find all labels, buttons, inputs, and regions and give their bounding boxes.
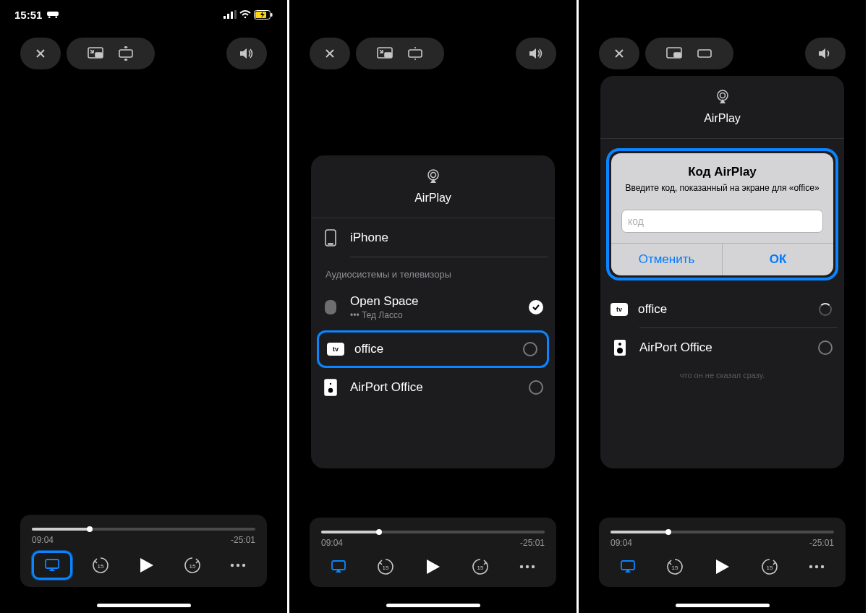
alert-placeholder: код: [628, 215, 644, 227]
device-sub: ••• Тед Лассо: [350, 310, 517, 320]
alert-code-input[interactable]: код: [621, 210, 823, 233]
device-row-openspace[interactable]: Open Space ••• Тед Лассо: [311, 284, 555, 330]
forward-15-button[interactable]: 15: [463, 554, 498, 580]
svg-text:15: 15: [672, 565, 678, 571]
phone-screen-2: AirPlay iPhone Аудиосистемы и телевизоры…: [289, 0, 579, 613]
airplay-button[interactable]: [321, 554, 356, 580]
device-row-airport[interactable]: AirPort Office: [600, 328, 844, 367]
airplay-icon: [715, 89, 731, 105]
svg-rect-0: [47, 12, 59, 16]
svg-rect-2: [56, 17, 58, 19]
svg-rect-10: [271, 13, 273, 17]
aspect-icon[interactable]: [118, 46, 134, 61]
svg-rect-4: [227, 14, 229, 19]
svg-rect-14: [46, 560, 59, 568]
svg-text:15: 15: [189, 563, 195, 570]
pip-icon[interactable]: [377, 47, 393, 60]
alert-title: Код AirPlay: [623, 165, 822, 179]
device-label: office: [354, 342, 511, 356]
alert-cancel-button[interactable]: Отменить: [611, 244, 722, 275]
svg-point-36: [532, 565, 535, 568]
svg-rect-45: [621, 561, 634, 570]
time-remaining: -25:01: [520, 538, 545, 548]
device-label: AirPort Office: [639, 340, 807, 355]
device-label: AirPort Office: [350, 380, 517, 395]
scrubber-knob[interactable]: [87, 526, 93, 532]
display-mode-group: [67, 38, 155, 69]
volume-button[interactable]: [516, 38, 556, 69]
scrubber[interactable]: [321, 531, 545, 533]
svg-rect-6: [234, 10, 237, 19]
rewind-15-button[interactable]: 15: [83, 552, 118, 578]
airplay-title: AirPlay: [608, 112, 837, 125]
airplay-button[interactable]: [610, 554, 645, 580]
aspect-icon[interactable]: [697, 46, 712, 61]
svg-point-17: [231, 564, 234, 567]
play-button[interactable]: [129, 552, 164, 578]
svg-point-40: [718, 90, 728, 100]
display-mode-group: [645, 38, 733, 69]
video-player-bar: 09:04-25:01 15 15: [310, 518, 556, 587]
time-remaining: -25:01: [809, 538, 834, 548]
rewind-15-button[interactable]: 15: [368, 554, 403, 580]
section-label: Аудиосистемы и телевизоры: [311, 257, 555, 284]
phone-screen-1: 15:51: [0, 0, 289, 613]
close-button[interactable]: [599, 38, 639, 69]
close-button[interactable]: [20, 38, 61, 69]
video-top-controls: [599, 38, 846, 69]
scrubber[interactable]: [32, 528, 255, 531]
wifi-icon: [239, 10, 251, 19]
play-button[interactable]: [705, 554, 740, 580]
svg-point-48: [809, 565, 812, 568]
svg-point-29: [329, 382, 332, 385]
forward-15-button[interactable]: 15: [175, 552, 210, 578]
appletv-icon: tv: [610, 303, 628, 316]
volume-button[interactable]: [805, 38, 846, 69]
forward-15-button[interactable]: 15: [752, 554, 787, 580]
svg-rect-5: [231, 12, 233, 19]
radio-icon: [527, 379, 545, 396]
video-player-bar: 09:04 -25:01 15 15: [20, 515, 267, 587]
video-top-controls: [310, 38, 556, 69]
rewind-15-button[interactable]: 15: [658, 554, 692, 580]
more-button[interactable]: [221, 552, 255, 578]
alert-ok-button[interactable]: ОК: [722, 244, 833, 275]
device-row-office[interactable]: tv office: [600, 291, 844, 328]
subtitle-text: что он не сказал сразу.: [600, 371, 844, 380]
device-row-office[interactable]: tv office: [317, 330, 549, 368]
svg-rect-38: [674, 53, 681, 57]
time-elapsed: 09:04: [610, 538, 632, 548]
pip-icon[interactable]: [88, 47, 103, 60]
svg-rect-22: [409, 50, 422, 57]
time-remaining: -25:01: [231, 535, 255, 545]
device-row-airport[interactable]: AirPort Office: [311, 368, 555, 407]
svg-rect-39: [698, 50, 711, 57]
device-label: iPhone: [350, 231, 545, 245]
home-indicator[interactable]: [676, 604, 770, 607]
carplay-icon: [46, 9, 59, 20]
scrubber[interactable]: [610, 531, 834, 533]
home-indicator[interactable]: [386, 604, 480, 607]
volume-button[interactable]: [226, 38, 267, 69]
svg-rect-12: [95, 53, 102, 57]
svg-point-44: [617, 348, 623, 353]
device-row-iphone[interactable]: iPhone: [311, 218, 555, 257]
more-button[interactable]: [510, 554, 545, 580]
time-elapsed: 09:04: [32, 535, 54, 545]
status-bar: 15:51: [0, 7, 287, 22]
svg-point-43: [618, 343, 621, 346]
home-indicator[interactable]: [97, 604, 191, 607]
play-button[interactable]: [416, 554, 451, 580]
svg-text:15: 15: [98, 563, 104, 570]
pip-icon[interactable]: [666, 47, 682, 60]
close-button[interactable]: [310, 38, 350, 69]
svg-point-49: [815, 565, 818, 568]
speaker-icon: [321, 378, 340, 397]
cellular-icon: [224, 10, 237, 19]
airplay-code-alert: Код AirPlay Введите код, показанный на э…: [606, 148, 838, 280]
airplay-button[interactable]: [32, 551, 72, 580]
phone-screen-3: AirPlay tv office AirPort Office что он …: [579, 0, 868, 613]
alert-message: Введите код, показанный на экране для «o…: [623, 182, 822, 194]
aspect-icon[interactable]: [407, 46, 423, 61]
more-button[interactable]: [799, 554, 834, 580]
